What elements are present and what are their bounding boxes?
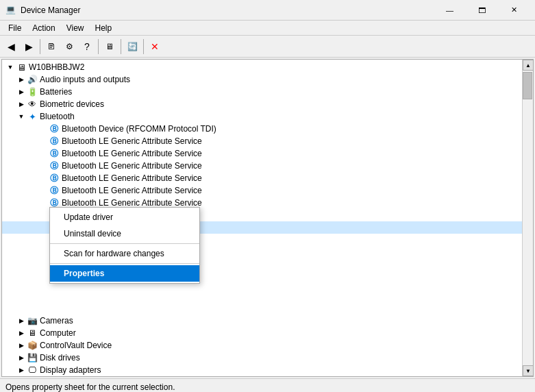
menu-action[interactable]: Action	[27, 22, 60, 34]
toolbar-uninstall[interactable]: ✕	[147, 38, 163, 55]
tree-controlvault[interactable]: ▶ 📦 ControlVault Device	[2, 339, 522, 352]
maximize-button[interactable]: 🗖	[466, 1, 497, 20]
tree-biometric[interactable]: ▶ 👁 Biometric devices	[2, 98, 522, 110]
tree-bt-le3[interactable]: Ⓑ Bluetooth LE Generic Attribute Service	[2, 160, 522, 172]
menu-help[interactable]: Help	[90, 22, 118, 34]
bt-le1-label: Bluetooth LE Generic Attribute Service	[62, 136, 202, 146]
expand-batteries[interactable]: ▶	[16, 86, 27, 97]
icon-bt-le4: Ⓑ	[49, 173, 60, 184]
audio-label: Audio inputs and outputs	[40, 75, 130, 84]
expand-biometric[interactable]: ▶	[16, 99, 27, 110]
scroll-thumb[interactable]	[523, 72, 532, 99]
controlvault-label: ControlVault Device	[40, 341, 112, 350]
ctx-uninstall-device[interactable]: Uninstall device	[50, 225, 199, 242]
toolbar-properties[interactable]: 🖹	[43, 38, 60, 55]
expand-controlvault[interactable]: ▶	[16, 340, 27, 351]
biometric-label: Biometric devices	[40, 99, 104, 109]
disk-label: Disk drives	[40, 353, 80, 363]
toolbar-sep1	[40, 39, 40, 54]
toolbar: ◀ ▶ 🖹 ⚙ ? 🖥 🔄 ✕	[0, 36, 535, 58]
icon-computer: 🖥	[16, 62, 27, 73]
icon-controlvault: 📦	[27, 340, 38, 351]
bt-rfcomm-label: Bluetooth Device (RFCOMM Protocol TDI)	[62, 124, 216, 134]
icon-bt-le5: Ⓑ	[49, 185, 60, 196]
bt-le3-label: Bluetooth LE Generic Attribute Service	[62, 161, 202, 171]
toolbar-sep2	[98, 39, 99, 54]
expand-root[interactable]: ▼	[5, 62, 16, 73]
context-menu: Update driver Uninstall device Scan for …	[49, 207, 200, 284]
menu-file[interactable]: File	[3, 22, 27, 34]
icon-disk: 💾	[27, 352, 38, 363]
toolbar-scan[interactable]: 🔄	[124, 38, 140, 55]
tree-bluetooth[interactable]: ▼ ✦ Bluetooth	[2, 110, 522, 123]
toolbar-computer[interactable]: 🖥	[101, 38, 118, 55]
icon-battery: 🔋	[27, 86, 38, 97]
status-text: Opens property sheet for the current sel…	[5, 382, 175, 392]
toolbar-update-driver[interactable]: ⚙	[61, 38, 77, 55]
ctx-sep2	[50, 263, 199, 264]
bt-le4-label: Bluetooth LE Generic Attribute Service	[62, 173, 202, 183]
tree-bt-le5[interactable]: Ⓑ Bluetooth LE Generic Attribute Service	[2, 184, 522, 197]
tree-cameras[interactable]: ▶ 📷 Cameras	[2, 315, 522, 327]
bt-le5-label: Bluetooth LE Generic Attribute Service	[62, 186, 202, 195]
expand-audio[interactable]: ▶	[16, 74, 27, 85]
icon-bt-le3: Ⓑ	[49, 160, 60, 171]
expand-cameras[interactable]: ▶	[16, 315, 27, 326]
title-bar-buttons: — 🗖 ✕	[434, 1, 530, 20]
tree-audio[interactable]: ▶ 🔊 Audio inputs and outputs	[2, 73, 522, 86]
ctx-sep1	[50, 243, 199, 244]
expand-bluetooth[interactable]: ▼	[16, 111, 27, 122]
root-label: W10BHBBJW2	[29, 62, 84, 72]
toolbar-help[interactable]: ?	[79, 38, 95, 55]
toolbar-forward[interactable]: ▶	[21, 38, 37, 55]
expand-display[interactable]: ▶	[16, 365, 27, 376]
scroll-up[interactable]: ▲	[523, 60, 534, 71]
scroll-down[interactable]: ▼	[523, 365, 534, 376]
close-button[interactable]: ✕	[499, 1, 530, 20]
icon-computer-node: 🖥	[27, 328, 38, 339]
icon-audio: 🔊	[27, 74, 38, 85]
tree-bt-rfcomm[interactable]: Ⓑ Bluetooth Device (RFCOMM Protocol TDI)	[2, 123, 522, 135]
icon-bluetooth-folder: ✦	[27, 111, 38, 122]
icon-bt-le2: Ⓑ	[49, 148, 60, 159]
expand-disk[interactable]: ▶	[16, 352, 27, 363]
display-label: Display adapters	[40, 365, 101, 375]
batteries-label: Batteries	[40, 87, 72, 97]
ctx-properties[interactable]: Properties	[50, 265, 199, 282]
toolbar-sep4	[143, 39, 144, 54]
title-bar-text: Device Manager	[21, 5, 434, 15]
tree-bt-le4[interactable]: Ⓑ Bluetooth LE Generic Attribute Service	[2, 172, 522, 184]
main-area: ▼ 🖥 W10BHBBJW2 ▶ 🔊 Audio inputs and outp…	[1, 59, 534, 377]
ctx-update-driver[interactable]: Update driver	[50, 209, 199, 225]
bt-le6-label: Bluetooth LE Generic Attribute Service	[62, 198, 202, 208]
icon-bt-le1: Ⓑ	[49, 136, 60, 147]
scrollbar[interactable]: ▲ ▼	[522, 60, 533, 376]
toolbar-back[interactable]: ◀	[3, 38, 19, 55]
icon-biometric: 👁	[27, 99, 38, 110]
computer-label: Computer	[40, 328, 76, 338]
status-bar: Opens property sheet for the current sel…	[0, 378, 535, 392]
bt-le2-label: Bluetooth LE Generic Attribute Service	[62, 149, 202, 158]
tree-bt-le1[interactable]: Ⓑ Bluetooth LE Generic Attribute Service	[2, 135, 522, 147]
tree-root[interactable]: ▼ 🖥 W10BHBBJW2	[2, 61, 522, 73]
icon-bt-rfcomm: Ⓑ	[49, 123, 60, 134]
tree-display[interactable]: ▶ 🖵 Display adapters	[2, 364, 522, 376]
minimize-button[interactable]: —	[434, 1, 465, 20]
tree-batteries[interactable]: ▶ 🔋 Batteries	[2, 86, 522, 98]
tree-computer[interactable]: ▶ 🖥 Computer	[2, 327, 522, 339]
scroll-track[interactable]	[523, 71, 533, 365]
tree-bt-le2[interactable]: Ⓑ Bluetooth LE Generic Attribute Service	[2, 147, 522, 160]
expand-computer[interactable]: ▶	[16, 328, 27, 339]
icon-cameras: 📷	[27, 315, 38, 326]
ctx-scan-hardware[interactable]: Scan for hardware changes	[50, 245, 199, 262]
title-bar: 💻 Device Manager — 🗖 ✕	[0, 0, 535, 21]
tree-disk[interactable]: ▶ 💾 Disk drives	[2, 352, 522, 364]
bluetooth-label: Bluetooth	[40, 112, 75, 121]
icon-display: 🖵	[27, 365, 38, 376]
menu-bar: File Action View Help	[0, 21, 535, 36]
cameras-label: Cameras	[40, 316, 73, 326]
toolbar-sep3	[121, 39, 121, 54]
app-icon: 💻	[5, 5, 16, 16]
menu-view[interactable]: View	[61, 22, 90, 34]
